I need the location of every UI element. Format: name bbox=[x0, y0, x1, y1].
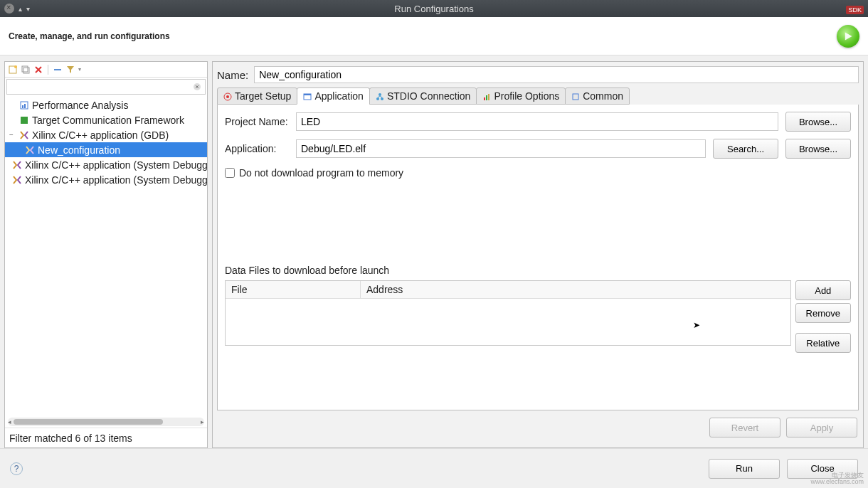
svg-rect-22 bbox=[573, 94, 578, 100]
svg-rect-21 bbox=[488, 94, 489, 100]
revert-button[interactable]: Revert bbox=[709, 418, 780, 437]
run-icon bbox=[837, 25, 859, 48]
tab-bar: Target Setup Application STDIO Connectio… bbox=[217, 87, 859, 105]
watermark: 电子发烧友 www.elecfans.com bbox=[810, 472, 864, 485]
tab-label: STDIO Connection bbox=[387, 90, 471, 102]
tab-label: Common bbox=[583, 90, 623, 102]
application-input[interactable] bbox=[296, 139, 706, 158]
stdio-icon bbox=[376, 92, 384, 100]
xilinx-icon bbox=[12, 160, 22, 170]
relative-button[interactable]: Relative bbox=[795, 333, 851, 353]
filter-icon[interactable] bbox=[65, 65, 75, 75]
svg-point-13 bbox=[226, 95, 229, 98]
tab-profile[interactable]: Profile Options bbox=[476, 87, 566, 105]
horizontal-scrollbar[interactable]: ◂ ▸ bbox=[8, 418, 204, 426]
filter-status: Filter matched 6 of 13 items bbox=[5, 428, 207, 447]
filter-box bbox=[6, 79, 206, 95]
tree-item-sysdbg-2[interactable]: Xilinx C/C++ application (System Debugge… bbox=[5, 172, 207, 187]
no-download-checkbox[interactable] bbox=[225, 168, 235, 178]
tab-label: Application bbox=[314, 90, 364, 102]
delete-config-icon[interactable] bbox=[33, 65, 43, 75]
tree-item-performance[interactable]: Performance Analysis bbox=[5, 97, 207, 112]
header-label: Create, manage, and run configurations bbox=[9, 31, 170, 41]
toolbar-separator bbox=[48, 65, 48, 75]
project-input[interactable] bbox=[296, 112, 778, 131]
collapse-icon[interactable]: − bbox=[9, 131, 16, 139]
dialog-footer: ? Run Close bbox=[0, 448, 868, 488]
no-download-label: Do not download program to memory bbox=[239, 167, 403, 179]
tab-body: Project Name: Browse... Application: Sea… bbox=[217, 105, 859, 410]
remove-button[interactable]: Remove bbox=[795, 303, 851, 323]
project-browse-button[interactable]: Browse... bbox=[785, 112, 851, 132]
duplicate-config-icon[interactable] bbox=[21, 65, 31, 75]
svg-point-18 bbox=[381, 97, 383, 100]
tab-label: Profile Options bbox=[494, 90, 559, 102]
svg-rect-11 bbox=[21, 117, 28, 124]
tab-application[interactable]: Application bbox=[297, 87, 370, 105]
sidebar: ▾ Performance Analysis Target Communi bbox=[4, 61, 208, 448]
tree-label: Xilinx C/C++ application (System Debugge… bbox=[25, 174, 207, 186]
run-button[interactable]: Run bbox=[709, 459, 780, 479]
tab-label: Target Setup bbox=[235, 90, 291, 102]
mouse-cursor-icon: ➤ bbox=[693, 320, 700, 330]
application-label: Application: bbox=[225, 143, 289, 154]
datafiles-label: Data Files to download before launch bbox=[225, 250, 851, 276]
config-tree: Performance Analysis Target Communicatio… bbox=[5, 96, 207, 418]
svg-rect-4 bbox=[23, 68, 29, 73]
tree-label: Target Communication Framework bbox=[32, 115, 184, 126]
svg-rect-9 bbox=[22, 105, 23, 108]
svg-point-2 bbox=[14, 65, 17, 68]
column-address[interactable]: Address bbox=[361, 281, 790, 298]
tree-label: Xilinx C/C++ application (System Debugge… bbox=[25, 159, 207, 171]
dialog-header: Create, manage, and run configurations bbox=[0, 17, 868, 55]
svg-point-16 bbox=[379, 93, 381, 96]
help-icon[interactable]: ? bbox=[10, 462, 23, 475]
add-button[interactable]: Add bbox=[795, 280, 851, 300]
apply-button[interactable]: Apply bbox=[786, 418, 857, 437]
tab-common[interactable]: Common bbox=[565, 87, 630, 105]
svg-rect-15 bbox=[304, 94, 311, 95]
tab-stdio[interactable]: STDIO Connection bbox=[369, 87, 477, 105]
svg-point-17 bbox=[376, 97, 379, 100]
application-browse-button[interactable]: Browse... bbox=[785, 139, 851, 159]
name-input[interactable] bbox=[254, 66, 859, 83]
svg-rect-5 bbox=[54, 69, 61, 70]
common-icon bbox=[571, 92, 580, 100]
tree-item-tcf[interactable]: Target Communication Framework bbox=[5, 112, 207, 127]
tree-item-gdb[interactable]: − Xilinx C/C++ application (GDB) bbox=[5, 127, 207, 142]
sidebar-toolbar: ▾ bbox=[5, 62, 207, 78]
svg-rect-19 bbox=[484, 97, 485, 100]
svg-marker-6 bbox=[67, 66, 74, 73]
target-icon bbox=[223, 92, 232, 100]
xilinx-icon bbox=[12, 175, 22, 185]
performance-icon bbox=[19, 100, 29, 110]
datafiles-table[interactable]: File Address bbox=[225, 280, 791, 346]
svg-marker-0 bbox=[845, 32, 852, 40]
xilinx-icon bbox=[25, 145, 35, 155]
name-label: Name: bbox=[217, 69, 248, 81]
search-button[interactable]: Search... bbox=[713, 139, 778, 159]
project-label: Project Name: bbox=[225, 116, 289, 127]
tree-item-new-config[interactable]: New_configuration bbox=[5, 142, 207, 157]
application-icon bbox=[303, 92, 312, 100]
svg-rect-3 bbox=[22, 66, 28, 72]
profile-icon bbox=[482, 92, 491, 100]
scroll-thumb[interactable] bbox=[14, 419, 163, 425]
tree-label: Performance Analysis bbox=[32, 100, 128, 111]
tab-target-setup[interactable]: Target Setup bbox=[217, 87, 297, 105]
tree-item-sysdbg-1[interactable]: Xilinx C/C++ application (System Debugge… bbox=[5, 157, 207, 172]
xilinx-icon bbox=[19, 130, 29, 140]
tcf-icon bbox=[19, 115, 29, 125]
tree-label: Xilinx C/C++ application (GDB) bbox=[32, 129, 169, 141]
collapse-all-icon[interactable] bbox=[53, 65, 63, 75]
tree-label: New_configuration bbox=[38, 144, 120, 156]
filter-input[interactable] bbox=[7, 80, 189, 94]
column-file[interactable]: File bbox=[226, 281, 361, 298]
config-panel: Name: Target Setup Application STDIO Con… bbox=[212, 61, 864, 448]
new-config-icon[interactable] bbox=[8, 65, 18, 75]
clear-filter-icon[interactable] bbox=[192, 82, 202, 92]
window-title: Run Configurations bbox=[0, 4, 868, 14]
svg-rect-20 bbox=[486, 95, 487, 100]
titlebar: ▴ ▾ Run Configurations SDK bbox=[0, 0, 868, 17]
dropdown-icon[interactable]: ▾ bbox=[78, 66, 81, 73]
